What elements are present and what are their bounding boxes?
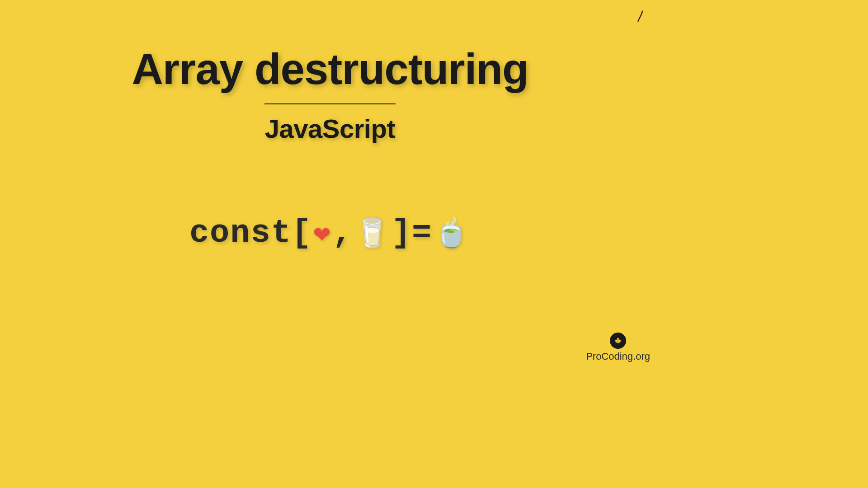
svg-line-7 bbox=[620, 342, 621, 342]
heart-icon: ❤ bbox=[313, 216, 331, 251]
code-comma: , bbox=[332, 215, 353, 252]
footer-brand: ProCoding.org bbox=[586, 333, 650, 362]
matcha-icon: 🍵 bbox=[434, 216, 469, 251]
brand-text: ProCoding.org bbox=[586, 351, 650, 362]
svg-line-6 bbox=[620, 340, 621, 341]
svg-line-2 bbox=[617, 338, 618, 339]
glass-icon: 🥛 bbox=[354, 216, 390, 251]
code-bracket-close: ] bbox=[392, 215, 412, 252]
title-section: Array destructuring JavaScript bbox=[0, 47, 660, 144]
corner-mark: 〳 bbox=[635, 9, 647, 23]
svg-line-5 bbox=[615, 342, 617, 342]
code-keyword: const bbox=[189, 215, 292, 252]
code-bracket-open: [ bbox=[292, 215, 312, 252]
code-equals: = bbox=[412, 215, 432, 252]
svg-line-3 bbox=[618, 338, 619, 339]
bug-logo-icon bbox=[610, 333, 626, 349]
main-title: Array destructuring bbox=[0, 47, 660, 91]
code-section: const [ ❤ , 🥛 ] = 🍵 bbox=[0, 215, 660, 252]
code-line: const [ ❤ , 🥛 ] = 🍵 bbox=[0, 215, 660, 252]
slide-container: 〳 Array destructuring JavaScript const [… bbox=[0, 0, 660, 371]
title-divider bbox=[264, 103, 396, 104]
svg-line-4 bbox=[615, 340, 617, 341]
subtitle: JavaScript bbox=[0, 113, 660, 144]
